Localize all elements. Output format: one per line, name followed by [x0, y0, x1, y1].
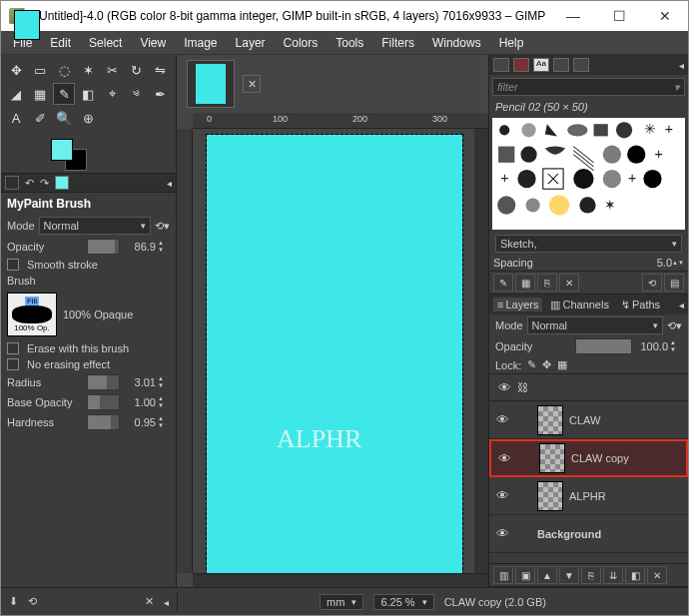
- layer-panel-menu-icon[interactable]: [679, 299, 684, 310]
- spacing-spinner[interactable]: ▲▼: [672, 260, 684, 267]
- dup-brush-icon[interactable]: ⎘: [537, 274, 557, 292]
- clone-tool[interactable]: ⌖: [101, 83, 123, 105]
- layer-reset-icon[interactable]: ⟲▾: [667, 319, 682, 332]
- lock-pixels-icon[interactable]: ✎: [527, 358, 536, 371]
- layer-opacity-value[interactable]: 100.0: [632, 340, 670, 352]
- mypaint-brush-tool[interactable]: ✎: [53, 83, 75, 105]
- hardness-slider[interactable]: [87, 414, 120, 430]
- menu-view[interactable]: View: [132, 34, 174, 52]
- bucket-tool[interactable]: ◢: [5, 83, 27, 105]
- mask-layer-icon[interactable]: ◧: [625, 566, 645, 584]
- layer-name[interactable]: CLAW: [569, 414, 684, 426]
- raise-layer-icon[interactable]: ▲: [537, 566, 557, 584]
- radius-slider[interactable]: [87, 374, 120, 390]
- menu-select[interactable]: Select: [81, 34, 130, 52]
- smooth-stroke-checkbox[interactable]: [7, 259, 19, 271]
- tab-brushes-icon[interactable]: [493, 58, 509, 72]
- fg-color[interactable]: [51, 139, 73, 161]
- smudge-tool[interactable]: ༄: [125, 83, 147, 105]
- brush-category-select[interactable]: Sketch,: [495, 235, 682, 253]
- mode-select[interactable]: Normal: [39, 217, 151, 235]
- refresh-brush-icon[interactable]: ⟲: [642, 274, 662, 292]
- tab-layers[interactable]: ≡Layers: [493, 298, 542, 311]
- menu-edit[interactable]: Edit: [42, 34, 79, 52]
- canvas[interactable]: ALPHR: [207, 135, 462, 573]
- units-select[interactable]: mm: [320, 594, 363, 610]
- tab-fg-icon[interactable]: [55, 176, 69, 190]
- gradient-tool[interactable]: ▦: [29, 83, 51, 105]
- menu-image[interactable]: Image: [176, 34, 225, 52]
- baseop-value[interactable]: 1.00: [120, 396, 158, 408]
- panel-menu-icon[interactable]: [164, 596, 169, 608]
- lock-position-icon[interactable]: ✥: [542, 358, 551, 371]
- path-tool[interactable]: ✒: [149, 83, 171, 105]
- noerase-checkbox[interactable]: [7, 358, 19, 370]
- baseop-spinner[interactable]: ▲▼: [158, 395, 170, 409]
- visibility-icon[interactable]: 👁: [493, 411, 511, 429]
- menu-windows[interactable]: Windows: [424, 34, 489, 52]
- maximize-button[interactable]: ☐: [596, 1, 642, 31]
- brush-filter-input[interactable]: filter▾: [492, 78, 685, 96]
- opacity-value[interactable]: 86.9: [120, 241, 158, 253]
- column-visibility-icon[interactable]: 👁: [495, 378, 513, 396]
- rotate-tool[interactable]: ↻: [125, 59, 147, 81]
- opacity-spinner[interactable]: ▲▼: [158, 240, 170, 254]
- document-thumb[interactable]: [187, 60, 235, 108]
- menu-colors[interactable]: Colors: [276, 34, 327, 52]
- brush-panel-menu-icon[interactable]: [679, 59, 684, 71]
- layer-opacity-spinner[interactable]: ▲▼: [670, 339, 682, 353]
- new-brush-icon[interactable]: ▦: [515, 274, 535, 292]
- layer-opacity-slider[interactable]: [575, 338, 632, 354]
- rect-select-tool[interactable]: ▭: [29, 59, 51, 81]
- merge-layer-icon[interactable]: ⇊: [603, 566, 623, 584]
- layer-thumb[interactable]: [539, 443, 565, 473]
- layer-thumb[interactable]: [537, 481, 563, 511]
- close-document-icon[interactable]: ✕: [243, 75, 261, 93]
- crop-tool[interactable]: ✂: [101, 59, 123, 81]
- measure-tool[interactable]: ⊕: [77, 107, 99, 129]
- open-brush-icon[interactable]: ▤: [664, 274, 684, 292]
- brush-thumbnail[interactable]: Fill 100% Op.: [7, 293, 57, 336]
- zoom-select[interactable]: 6.25 %: [373, 594, 433, 610]
- eraser-tool[interactable]: ◧: [77, 83, 99, 105]
- lower-layer-icon[interactable]: ▼: [559, 566, 579, 584]
- zoom-tool[interactable]: 🔍: [53, 107, 75, 129]
- erase-checkbox[interactable]: [7, 342, 19, 354]
- close-button[interactable]: ✕: [642, 1, 688, 31]
- tab-fonts-icon[interactable]: Aa: [533, 58, 549, 72]
- visibility-icon[interactable]: 👁: [493, 487, 511, 505]
- spacing-value[interactable]: 5.0: [657, 257, 672, 269]
- tab-tool-options-icon[interactable]: [5, 176, 19, 190]
- edit-brush-icon[interactable]: ✎: [493, 274, 513, 292]
- del-brush-icon[interactable]: ✕: [559, 274, 579, 292]
- canvas-area[interactable]: ALPHR: [193, 129, 488, 573]
- horizontal-ruler[interactable]: 0 100 200 300: [193, 113, 488, 129]
- layer-thumb[interactable]: [537, 405, 563, 435]
- menu-layer[interactable]: Layer: [228, 34, 274, 52]
- visibility-icon[interactable]: 👁: [493, 525, 511, 543]
- fuzzy-select-tool[interactable]: ✶: [77, 59, 99, 81]
- color-picker-tool[interactable]: ✐: [29, 107, 51, 129]
- vertical-scrollbar[interactable]: [474, 129, 488, 573]
- brush-grid[interactable]: ✳+ + ++ ✶: [492, 118, 685, 230]
- opacity-slider[interactable]: [87, 239, 120, 255]
- lock-alpha-icon[interactable]: ▦: [557, 358, 567, 371]
- text-tool[interactable]: A: [5, 107, 27, 129]
- tab-channels[interactable]: ▥Channels: [546, 298, 612, 312]
- redo-history-icon[interactable]: ↷: [40, 177, 49, 190]
- baseop-slider[interactable]: [87, 394, 120, 410]
- move-tool[interactable]: ✥: [5, 59, 27, 81]
- undo-history-icon[interactable]: ↶: [25, 177, 34, 190]
- new-group-icon[interactable]: ▣: [515, 566, 535, 584]
- revert-icon[interactable]: ⟲: [28, 595, 37, 608]
- column-link-icon[interactable]: ⛓: [517, 381, 531, 393]
- menu-filters[interactable]: Filters: [373, 34, 422, 52]
- tab-paths[interactable]: ↯Paths: [617, 298, 664, 312]
- menu-help[interactable]: Help: [491, 34, 532, 52]
- reset-icon[interactable]: ⟲▾: [155, 220, 170, 233]
- layer-name[interactable]: ALPHR: [569, 490, 684, 502]
- free-select-tool[interactable]: ◌: [53, 59, 75, 81]
- radius-value[interactable]: 3.01: [120, 376, 158, 388]
- color-swatch[interactable]: [51, 139, 85, 169]
- new-layer-icon[interactable]: ▥: [493, 566, 513, 584]
